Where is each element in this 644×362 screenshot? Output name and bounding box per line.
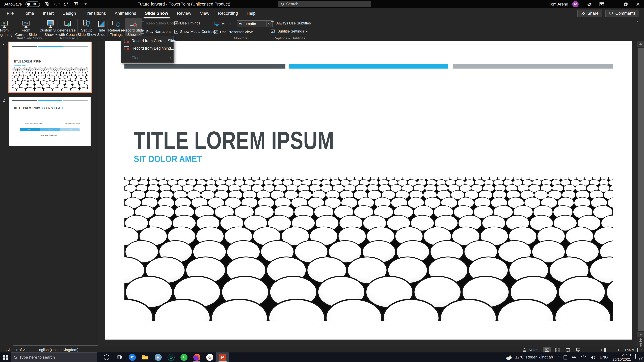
monitor-select[interactable]: Automatic <box>237 20 272 27</box>
slide-2-thumbnail[interactable]: TITLE LOREM IPSUM DOLOR SIT AMET Lorem i… <box>9 97 90 146</box>
save-button[interactable] <box>44 1 50 7</box>
set-up-slide-show-icon <box>82 19 91 28</box>
volume-icon[interactable] <box>590 355 595 360</box>
set-up-slide-show-button[interactable]: Set Up Slide Show <box>78 18 96 37</box>
customize-quick-access-button[interactable] <box>82 1 88 7</box>
zoom-in-button[interactable]: + <box>617 347 620 353</box>
file-explorer-button[interactable] <box>139 353 152 362</box>
tab-file[interactable]: File <box>2 8 18 18</box>
always-use-subtitles-checkbox[interactable]: Always Use Subtitles <box>271 21 311 25</box>
powerpoint-button[interactable]: P <box>216 353 229 362</box>
search-input[interactable]: Search <box>278 1 371 7</box>
ribbon-display-options-button[interactable] <box>596 0 608 8</box>
reading-view-button[interactable] <box>564 347 572 353</box>
collapse-ribbon-button[interactable] <box>635 19 642 24</box>
from-beginning-button[interactable]: From Beginning <box>0 18 14 37</box>
slide-subtitle[interactable]: SIT DOLOR AMET <box>134 153 202 164</box>
fit-slide-to-window-button[interactable] <box>637 348 642 352</box>
taskbar-search-input[interactable]: Type here to search <box>11 353 97 362</box>
play-narrations-checkbox[interactable]: Play Narrations <box>140 29 172 34</box>
autosave-toggle[interactable]: Off <box>26 1 40 7</box>
vertical-scrollbar[interactable] <box>637 41 644 347</box>
taskbar-clock[interactable]: 21:13 25/10/2021 <box>612 353 631 362</box>
zoom-level[interactable]: 164% <box>622 348 634 352</box>
show-media-controls-checkbox[interactable]: Show Media Controls <box>174 29 215 34</box>
slide-2-number: 2 <box>3 98 5 103</box>
rehearse-with-coach-button[interactable]: Rehearse with Coach <box>57 18 78 37</box>
user-name[interactable]: Tom Arend <box>549 2 568 6</box>
cortana-button[interactable] <box>100 353 113 362</box>
menu-item-record-from-current[interactable]: Record from Current Slide... <box>122 37 174 44</box>
thunderbird-button[interactable] <box>126 353 139 362</box>
slack-button[interactable] <box>203 353 216 362</box>
scroll-up-button[interactable] <box>637 41 644 47</box>
slide-1[interactable]: TITLE LOREM IPSUM SIT DOLOR AMET <box>105 41 632 340</box>
scroll-down-button[interactable] <box>637 332 644 337</box>
comments-button[interactable]: Comments <box>605 9 639 17</box>
whatsapp-button[interactable] <box>178 353 190 362</box>
slide-title[interactable]: TITLE LOREM IPSUM <box>134 126 334 155</box>
slide-1-thumbnail[interactable]: TITLE LOREM IPSUM SIT DOLOR AMET <box>9 42 92 92</box>
subtitle-settings-button[interactable]: Subtitle Settings <box>271 29 308 33</box>
rehearse-coach-icon <box>63 19 72 28</box>
wifi-icon[interactable] <box>581 355 586 359</box>
notification-icon <box>635 354 636 359</box>
tab-design[interactable]: Design <box>58 8 80 18</box>
from-current-slide-button[interactable]: From Current Slide <box>14 18 38 37</box>
menu-item-record-from-beginning[interactable]: Record from Beginning... <box>122 44 174 52</box>
rehearse-timings-button[interactable]: Rehearse Timings <box>108 18 124 37</box>
avatar[interactable]: TA <box>572 1 578 7</box>
discs-image[interactable] <box>124 177 613 321</box>
teal-app-button[interactable] <box>164 353 178 362</box>
tab-home[interactable]: Home <box>18 8 38 18</box>
show-hidden-icons-button[interactable] <box>557 357 559 358</box>
previous-slide-button[interactable] <box>637 337 644 343</box>
tab-animations[interactable]: Animations <box>110 8 140 18</box>
file-explorer-icon <box>142 355 148 360</box>
use-timings-checkbox[interactable]: Use Timings <box>174 21 200 25</box>
firefox-button[interactable] <box>190 353 203 362</box>
language-indicator[interactable]: English (United Kingdom) <box>36 348 78 352</box>
zoom-out-button[interactable]: − <box>584 347 587 353</box>
weather-widget[interactable]: 12°C Regen klingt ab <box>506 354 553 360</box>
zoom-slider-thumb[interactable] <box>604 348 606 352</box>
hide-slide-button[interactable]: Hide Slide <box>96 18 107 37</box>
keyboard-language[interactable]: ENG <box>600 355 608 360</box>
close-button[interactable] <box>632 0 644 8</box>
tablet-mode-icon[interactable] <box>563 355 568 360</box>
show-desktop-button[interactable] <box>643 353 644 362</box>
next-slide-button[interactable] <box>637 343 644 348</box>
slide-show-view-button[interactable] <box>574 347 582 353</box>
notification-center-button[interactable]: 6 <box>635 354 643 361</box>
checkbox-icon <box>140 21 144 25</box>
tab-transitions[interactable]: Transitions <box>80 8 110 18</box>
notes-button[interactable]: Notes <box>522 348 538 352</box>
scrollbar-thumb[interactable] <box>638 48 644 331</box>
use-presenter-view-checkbox[interactable]: Use Presenter View <box>214 30 252 34</box>
zoom-slider[interactable] <box>590 350 615 350</box>
coming-soon-megaphone-button[interactable] <box>584 0 596 8</box>
restore-button[interactable] <box>620 0 632 8</box>
r-app-icon: R <box>155 354 162 361</box>
task-view-button[interactable] <box>113 353 126 362</box>
start-slideshow-quick-button[interactable] <box>73 1 79 7</box>
redo-button[interactable] <box>63 1 69 7</box>
share-label: Share <box>587 11 598 16</box>
dropbox-icon[interactable] <box>572 355 576 359</box>
thumbnail-horizontal-scrollbar[interactable] <box>12 345 98 346</box>
group-label-start-slide-show: Start Slide Show <box>0 36 58 40</box>
tab-view[interactable]: View <box>196 8 214 18</box>
start-button[interactable] <box>0 353 11 362</box>
tab-help[interactable]: Help <box>242 8 260 18</box>
tab-slide-show[interactable]: Slide Show <box>140 8 172 18</box>
tab-recording[interactable]: Recording <box>214 8 242 18</box>
share-button[interactable]: Share <box>577 9 602 17</box>
from-current-slide-icon <box>22 19 30 28</box>
r-app-button[interactable]: R <box>152 353 164 362</box>
ribbon-display-icon <box>599 1 604 7</box>
normal-view-button[interactable] <box>543 347 552 353</box>
tab-insert[interactable]: Insert <box>38 8 58 18</box>
slide-sorter-view-button[interactable] <box>553 347 562 353</box>
tab-review[interactable]: Review <box>172 8 196 18</box>
minimize-button[interactable] <box>608 0 620 8</box>
